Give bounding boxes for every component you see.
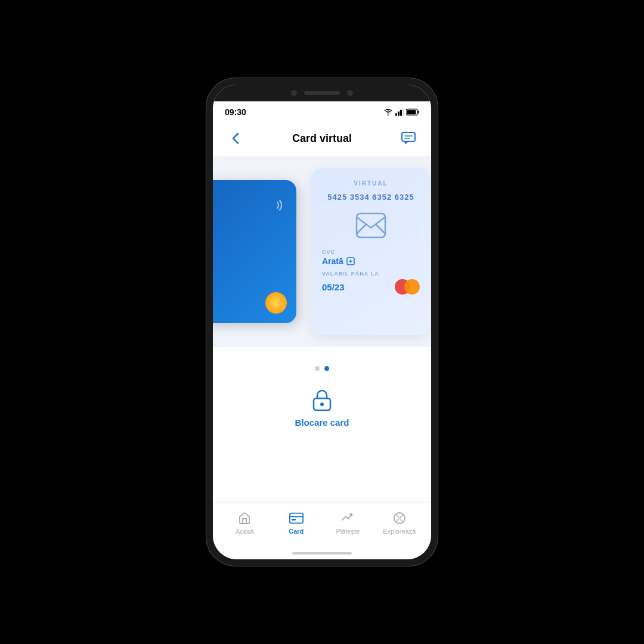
svg-rect-0 [395,113,397,116]
cvc-area: CVC Arată [322,249,420,266]
cvc-label: CVC [322,249,420,255]
card-icon [289,511,304,525]
svg-rect-1 [398,112,400,116]
nav-label-acasa: Acasă [236,528,254,535]
battery-icon [406,109,419,116]
page-title: Card virtual [292,132,352,145]
nfc-icon [273,198,284,216]
front-camera [291,90,297,96]
chat-button[interactable] [398,128,419,149]
chip-circle [265,292,287,314]
valabil-label: VALABIL PÂNĂ LA [322,271,420,277]
chat-icon [401,132,416,145]
svg-rect-14 [290,513,303,523]
status-time: 09:30 [225,107,246,117]
nav-item-exploreaza[interactable]: Explorează [382,511,417,535]
wifi-icon [383,109,393,116]
header: Card virtual [213,123,431,156]
svg-rect-13 [320,402,324,406]
svg-rect-10 [357,213,385,237]
home-bar-line [292,552,352,555]
virtual-card-wrapper: VIRTUAL 5425 3534 6352 6325 [311,168,431,335]
card-type-label: VIRTUAL [322,180,420,187]
home-icon [237,511,252,525]
nav-item-acasa[interactable]: Acasă [227,511,262,535]
nav-item-card[interactable]: Card [278,511,314,535]
nav-label-exploreaza: Explorează [383,528,416,535]
eye-icon [346,256,355,266]
cards-section: VIRTUAL 5425 3534 6352 6325 [213,156,431,347]
bottom-nav: Acasă Card [213,502,431,547]
home-bar [213,547,431,559]
explore-icon [392,511,407,525]
svg-rect-3 [402,109,404,116]
svg-rect-16 [291,518,295,520]
phone-screen: 09:30 [213,85,431,559]
svg-rect-2 [400,110,402,116]
signal-icon [395,109,404,116]
back-chevron-icon [232,132,239,144]
mc-orange-circle [404,279,420,295]
phone-hardware-bar [213,85,431,101]
carousel-dots [315,366,329,371]
card-bottom-row: 05/23 [322,279,420,295]
sensor [347,90,353,96]
show-cvc-button[interactable]: Arată [322,256,420,266]
phone-device: 09:30 [206,78,438,566]
nav-label-plateste: Plătește [336,528,360,535]
nav-item-plateste[interactable]: Plătește [330,511,366,535]
lock-icon [308,385,336,414]
speaker [304,91,340,95]
card-brand-logo [322,211,420,240]
mastercard-logo [395,279,420,295]
svg-rect-6 [407,110,416,114]
expiry-date: 05/23 [322,282,345,292]
svg-rect-7 [402,132,415,141]
block-card-label: Blocare card [295,417,349,428]
status-bar: 09:30 [213,101,431,123]
virtual-card: VIRTUAL 5425 3534 6352 6325 [311,168,431,335]
block-card-button[interactable]: Blocare card [295,385,349,428]
back-button[interactable] [225,128,246,149]
svg-rect-5 [418,111,419,114]
content-section: Blocare card [213,347,431,502]
physical-card[interactable] [213,180,296,323]
pay-icon [340,511,355,525]
card-number: 5425 3534 6352 6325 [322,193,420,202]
nav-label-card: Card [289,528,304,535]
dot-1 [315,366,320,371]
dot-2 [324,366,329,371]
status-icons [383,109,419,116]
app-body: VIRTUAL 5425 3534 6352 6325 [213,156,431,502]
svg-point-17 [394,513,405,524]
